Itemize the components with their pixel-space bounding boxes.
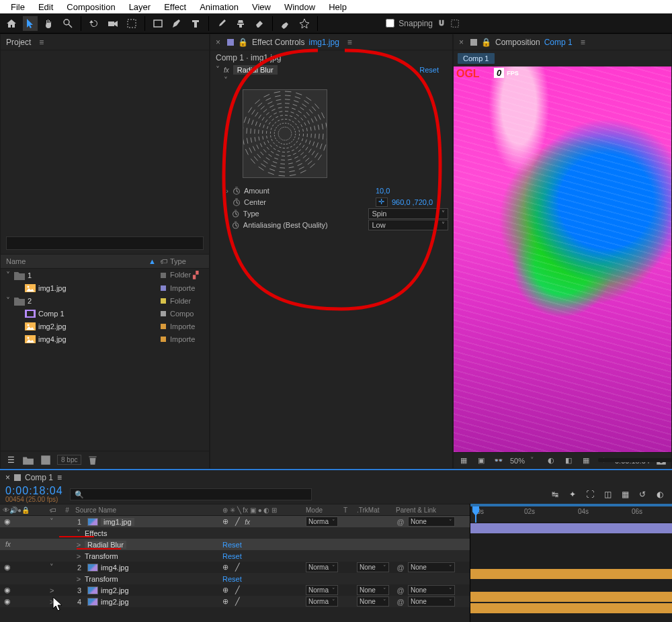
selection-tool-icon[interactable] bbox=[23, 16, 38, 31]
work-area[interactable] bbox=[470, 504, 672, 506]
tl-icon-6[interactable]: ↺ bbox=[636, 488, 649, 501]
label-color[interactable] bbox=[161, 311, 166, 316]
type-dropdown[interactable]: Spin˅ bbox=[368, 208, 448, 219]
clone-stamp-tool-icon[interactable] bbox=[233, 16, 248, 31]
center-value[interactable]: 960,0 ,720,0 bbox=[392, 197, 433, 206]
composition-viewer[interactable]: OGL 0FPS bbox=[454, 66, 671, 452]
parent-select[interactable]: None˅ bbox=[408, 585, 455, 595]
tl-icon-2[interactable]: ✦ bbox=[566, 488, 579, 501]
twirl-icon[interactable]: ˅ bbox=[50, 563, 54, 571]
layer-row[interactable]: ◉ > 4 img2.jpg ⊕ ╱ Norma˅ None˅ @ None˅ bbox=[0, 596, 470, 607]
rotobursh-tool-icon[interactable] bbox=[278, 16, 293, 31]
layer-property-row[interactable]: fx > Radial Blur Reset bbox=[0, 539, 470, 550]
twirl-icon[interactable]: ˅ bbox=[50, 517, 54, 525]
stopwatch-icon[interactable] bbox=[232, 197, 241, 207]
panel-menu-icon[interactable]: ≡ bbox=[581, 38, 585, 47]
visibility-icon[interactable]: ◉ bbox=[3, 517, 12, 526]
panel-menu-icon[interactable]: ≡ bbox=[57, 473, 62, 482]
zoom-tool-icon[interactable] bbox=[60, 16, 75, 31]
time-ruler[interactable]: 00s 02s 04s 06s bbox=[470, 504, 672, 523]
menu-help[interactable]: Help bbox=[322, 1, 353, 13]
layer-property-row[interactable]: > Transform Reset bbox=[0, 550, 470, 562]
label-color[interactable] bbox=[161, 273, 166, 278]
twirl-icon[interactable]: > bbox=[50, 598, 54, 606]
layer-row[interactable]: ◉ > 3 img2.jpg ⊕ ╱ Norma˅ None˅ @ None˅ bbox=[0, 584, 470, 596]
twirl-icon[interactable]: ˅ bbox=[5, 296, 11, 306]
stopwatch-icon[interactable] bbox=[232, 186, 241, 195]
project-search-input[interactable] bbox=[6, 236, 204, 250]
layer-bar[interactable] bbox=[470, 523, 672, 533]
playhead[interactable] bbox=[472, 506, 480, 523]
prop-center[interactable]: Center ✛960,0 ,720,0 bbox=[214, 196, 448, 208]
tl-icon-5[interactable]: ▦ bbox=[618, 488, 632, 501]
antialias-dropdown[interactable]: Low˅ bbox=[368, 220, 448, 230]
menu-layer[interactable]: Layer bbox=[122, 1, 158, 13]
amount-value[interactable]: 10,0 bbox=[376, 187, 390, 195]
tl-icon-3[interactable]: ⛶ bbox=[583, 488, 597, 501]
sort-arrow-icon[interactable]: ▲ bbox=[149, 257, 156, 265]
twirl-icon[interactable]: > bbox=[75, 575, 82, 583]
twirl-icon[interactable]: ˅ bbox=[214, 65, 221, 75]
comp-chip[interactable]: Comp 1 bbox=[458, 53, 495, 64]
label-color[interactable] bbox=[161, 285, 166, 291]
visibility-icon[interactable]: ◉ bbox=[3, 597, 12, 606]
prop-antialiasing[interactable]: Antialiasing (Best Quality) Low˅ bbox=[214, 219, 448, 230]
pickwhip-icon[interactable]: @ bbox=[396, 598, 405, 606]
visibility-icon[interactable]: ◉ bbox=[3, 586, 12, 594]
effect-name[interactable]: Radial Blur bbox=[233, 65, 278, 75]
reset-link[interactable]: Reset bbox=[222, 552, 242, 560]
menu-animation[interactable]: Animation bbox=[193, 1, 245, 13]
menu-effect[interactable]: Effect bbox=[157, 1, 193, 13]
close-icon[interactable]: × bbox=[5, 473, 10, 482]
prop-type[interactable]: Type Spin˅ bbox=[214, 208, 448, 219]
rotate-tool-icon[interactable] bbox=[87, 16, 101, 31]
trkmat-select[interactable]: None˅ bbox=[357, 596, 389, 607]
zoom-level[interactable]: 50% bbox=[510, 457, 525, 465]
effect-reset[interactable]: Reset bbox=[419, 66, 439, 74]
puppet-tool-icon[interactable] bbox=[297, 16, 312, 31]
viewer-mask-icon[interactable]: 👓 bbox=[493, 455, 505, 467]
home-icon[interactable] bbox=[4, 16, 19, 31]
panel-menu-icon[interactable]: ≡ bbox=[39, 38, 44, 47]
project-tree[interactable]: ˅ 1 Folder ▞ img1.jpg Importe ˅ 2 Folder… bbox=[1, 269, 209, 451]
layer-row[interactable]: ◉ ˅ 2 img4.jpg ⊕ ╱ Norma˅ None˅ @ None˅ bbox=[0, 562, 470, 573]
reset-link[interactable]: Reset bbox=[222, 541, 242, 549]
layer-bar[interactable] bbox=[470, 569, 672, 579]
label-color[interactable] bbox=[161, 298, 166, 304]
twirl-icon[interactable]: > bbox=[50, 586, 54, 594]
visibility-icon[interactable]: ◉ bbox=[3, 563, 12, 572]
brush-tool-icon[interactable] bbox=[214, 16, 229, 31]
type-tool-icon[interactable] bbox=[188, 16, 203, 31]
project-item[interactable]: ˅ 1 Folder ▞ bbox=[1, 269, 209, 281]
snapping-checkbox[interactable] bbox=[386, 19, 394, 28]
prop-amount[interactable]: › Amount 10,0 bbox=[214, 185, 448, 196]
twirl-icon[interactable]: ˅ bbox=[5, 271, 11, 280]
project-item[interactable]: img4.jpg Importe bbox=[1, 332, 209, 345]
menu-edit[interactable]: Edit bbox=[32, 1, 60, 13]
close-icon[interactable]: × bbox=[459, 38, 464, 47]
radial-blur-preview[interactable] bbox=[243, 89, 327, 178]
pen-tool-icon[interactable] bbox=[169, 16, 184, 31]
snapping-toggle[interactable]: Snapping bbox=[386, 19, 460, 28]
tl-icon-4[interactable]: ◫ bbox=[601, 488, 614, 501]
bit-depth[interactable]: 8 bpc bbox=[57, 455, 81, 465]
timeline-tracks[interactable]: 00s 02s 04s 06s bbox=[470, 504, 672, 622]
trkmat-select[interactable]: None˅ bbox=[357, 562, 389, 572]
trash-icon[interactable] bbox=[87, 454, 99, 466]
project-item[interactable]: ˅ 2 Folder bbox=[1, 294, 209, 307]
blend-mode-select[interactable]: Norma˅ bbox=[306, 585, 338, 595]
pickwhip-icon[interactable]: @ bbox=[396, 586, 405, 594]
viewer-grid-icon[interactable]: ▦ bbox=[458, 455, 470, 467]
timeline-tab[interactable]: × Comp 1 ≡ bbox=[0, 470, 672, 485]
twirl-icon[interactable]: ˅ bbox=[224, 76, 448, 85]
menu-composition[interactable]: Composition bbox=[60, 1, 122, 13]
twirl-icon[interactable]: > bbox=[75, 552, 82, 560]
close-icon[interactable]: × bbox=[216, 38, 220, 47]
timeline-layer-list[interactable]: 👁🔊●🔒 🏷 # Source Name ⊕ ✳ ╲ fx ▣ ● ◐ ⊞ Mo… bbox=[0, 504, 470, 622]
stopwatch-icon[interactable] bbox=[231, 209, 240, 218]
stopwatch-icon[interactable] bbox=[231, 220, 240, 230]
layer-row[interactable]: ◉ ˅ 1 img1.jpg ⊕ ╱ fx Norma˅ @ None˅ bbox=[0, 516, 470, 527]
twirl-icon[interactable]: > bbox=[75, 541, 82, 549]
new-comp-icon[interactable] bbox=[40, 454, 52, 466]
composition-tab[interactable]: × 🔒 Composition Comp 1 ≡ bbox=[454, 34, 671, 50]
